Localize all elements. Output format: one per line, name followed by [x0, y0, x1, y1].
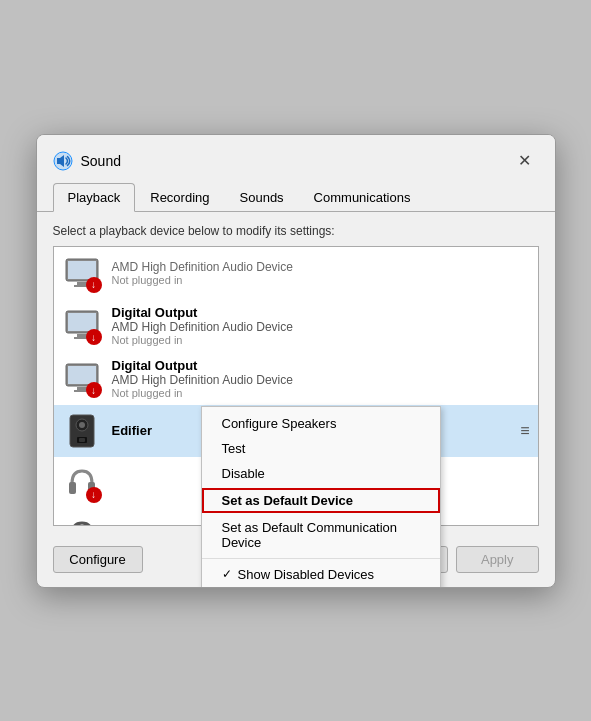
tab-playback[interactable]: Playback: [53, 183, 136, 212]
badge-red2: ↓: [86, 329, 102, 345]
device-status3: Not plugged in: [112, 387, 530, 399]
device-sub3: AMD High Definition Audio Device: [112, 373, 530, 387]
list-item[interactable]: ↓ AMD High Definition Audio Device Not p…: [54, 247, 538, 299]
device-info3: Digital Output AMD High Definition Audio…: [112, 358, 530, 399]
title-bar: Sound ✕: [37, 135, 555, 175]
list-item[interactable]: ↓ Digital Output AMD High Definition Aud…: [54, 299, 538, 352]
ctx-set-default[interactable]: Set as Default Device: [202, 488, 440, 513]
tab-sounds[interactable]: Sounds: [225, 183, 299, 211]
sound-icon: [53, 151, 73, 171]
device-name3: Digital Output: [112, 358, 530, 373]
device-info: AMD High Definition Audio Device Not plu…: [112, 260, 530, 286]
sound-dialog: Sound ✕ Playback Recording Sounds Commun…: [36, 134, 556, 588]
device-icon-monitor3: ↓: [62, 358, 102, 398]
list-item[interactable]: ↓ Digital Output AMD High Definition Aud…: [54, 352, 538, 405]
configure-button[interactable]: Configure: [53, 546, 143, 573]
tabs-bar: Playback Recording Sounds Communications: [37, 175, 555, 212]
badge-red3: ↓: [86, 382, 102, 398]
tab-communications[interactable]: Communications: [299, 183, 426, 211]
ctx-test[interactable]: Test: [202, 436, 440, 461]
apply-button[interactable]: Apply: [456, 546, 539, 573]
subtitle-text: Select a playback device below to modify…: [53, 224, 539, 238]
device-icon-speaker: [62, 411, 102, 451]
tab-recording[interactable]: Recording: [135, 183, 224, 211]
svg-rect-18: [79, 438, 85, 442]
ctx-show-disabled[interactable]: ✓ Show Disabled Devices: [202, 562, 440, 587]
svg-rect-19: [69, 482, 76, 494]
device-status: Not plugged in: [112, 274, 530, 286]
device-info2: Digital Output AMD High Definition Audio…: [112, 305, 530, 346]
badge-red-hp: ↓: [86, 487, 102, 503]
device-status2: Not plugged in: [112, 334, 530, 346]
device-icon-monitor: ↓: [62, 253, 102, 293]
context-menu: Configure Speakers Test Disable Set as D…: [201, 406, 441, 588]
check-mark-disabled: ✓: [222, 567, 232, 581]
ctx-show-disabled-label: Show Disabled Devices: [238, 567, 375, 582]
device-list-wrapper: ↓ AMD High Definition Audio Device Not p…: [53, 246, 539, 526]
ctx-separator: [202, 558, 440, 559]
device-name: AMD High Definition Audio Device: [112, 260, 530, 274]
ctx-show-disconnected[interactable]: ✓ Show Disconnected Devices: [202, 587, 440, 588]
menu-indicator: ≡: [520, 422, 529, 440]
ctx-disable[interactable]: Disable: [202, 461, 440, 486]
device-name2: Digital Output: [112, 305, 530, 320]
dialog-body: Select a playback device below to modify…: [37, 212, 555, 538]
svg-point-16: [79, 422, 85, 428]
badge-red: ↓: [86, 277, 102, 293]
device-icon-monitor2: ↓: [62, 305, 102, 345]
title-left: Sound: [53, 151, 121, 171]
ctx-set-default-comm[interactable]: Set as Default Communication Device: [202, 515, 440, 555]
dialog-title: Sound: [81, 153, 121, 169]
ctx-configure-speakers[interactable]: Configure Speakers: [202, 411, 440, 436]
device-icon-headphones-green: ✓: [62, 515, 102, 526]
device-sub2: AMD High Definition Audio Device: [112, 320, 530, 334]
svg-rect-3: [68, 261, 96, 279]
close-button[interactable]: ✕: [511, 147, 539, 175]
device-icon-headphones-red: ↓: [62, 463, 102, 503]
